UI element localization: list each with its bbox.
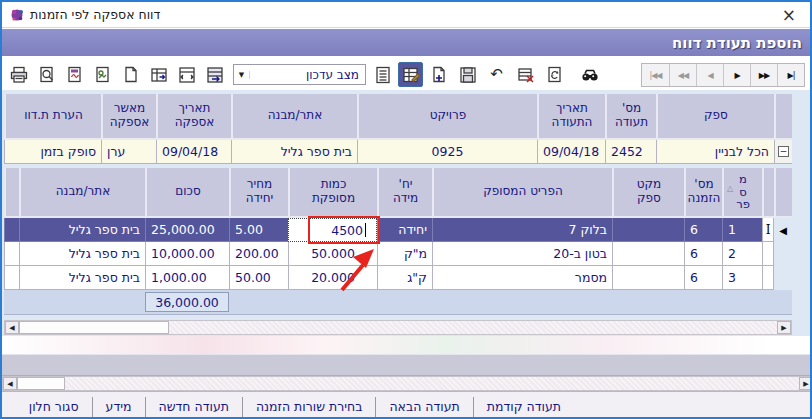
order-doc-no-cell[interactable]: 2452 (605, 140, 656, 164)
scroll-thumb[interactable] (19, 321, 169, 334)
nav-first-button[interactable]: |◀◀ (642, 64, 669, 86)
items-col-unit[interactable]: יח' מידה (377, 168, 432, 218)
scroll-left-icon[interactable]: ◀ (5, 321, 19, 334)
item-order-no[interactable]: 6 (684, 266, 722, 290)
items-col-rownum[interactable]: מ ס פר △ (722, 168, 762, 218)
scroll-track[interactable] (169, 321, 777, 334)
prev-doc-button[interactable]: תעודה קודמת (473, 397, 574, 417)
mode-dropdown[interactable]: ▼ מצב עדכון (233, 64, 366, 85)
order-site-cell[interactable]: בית ספר גליל (231, 140, 357, 164)
order-approver-cell[interactable]: ערן (101, 140, 156, 164)
item-name[interactable]: מסמר (432, 266, 612, 290)
item-name[interactable]: בלוק 7 (432, 218, 612, 242)
nav-next-page-button[interactable]: ▶▶ (750, 64, 777, 86)
order-note-cell[interactable]: סופק בזמן (4, 140, 101, 164)
table-export-all-icon[interactable] (202, 62, 227, 87)
item-amount[interactable]: 1,000.00 (145, 266, 229, 290)
item-unit[interactable]: ק"ג (377, 266, 432, 290)
export-table-icon[interactable] (146, 62, 171, 87)
new-document-icon[interactable] (118, 62, 143, 87)
items-col-amount[interactable]: סכום (145, 168, 229, 218)
items-col-price[interactable]: מחיר יחידה (229, 168, 288, 218)
scroll-left-icon[interactable]: ◀ (3, 377, 17, 390)
order-project-cell[interactable]: 0925 (357, 140, 537, 164)
new-doc-button[interactable]: תעודה חדשה (145, 397, 242, 417)
nav-prev-button[interactable]: ◀ (696, 64, 723, 86)
order-row-gutter: − (774, 140, 792, 164)
nav-next-button[interactable]: ▶ (723, 64, 750, 86)
items-col-item[interactable]: הפריט המסופק (432, 168, 612, 218)
item-unit-price[interactable]: 5.00 (229, 218, 288, 242)
orders-col-note[interactable]: הערת ת.דוו (4, 94, 101, 140)
record-selector-cell[interactable]: I (762, 218, 774, 242)
nav-prev-page-button[interactable]: ◀◀ (669, 64, 696, 86)
items-col-qty[interactable]: כמות מסופקת (288, 168, 377, 218)
grid-edit-icon[interactable] (398, 62, 423, 87)
item-unit[interactable]: יחידה (377, 218, 432, 242)
items-col-order-no[interactable]: מס' הזמנה (684, 168, 722, 218)
nav-last-button[interactable]: ▶| (777, 64, 804, 86)
item-row-num[interactable]: 1 (722, 218, 762, 242)
export-image-icon[interactable] (90, 62, 115, 87)
item-amount[interactable]: 10,000.00 (145, 242, 229, 266)
item-row-num[interactable]: 2 (722, 242, 762, 266)
scroll-right-icon[interactable]: ▶ (799, 377, 812, 390)
item-unit-price[interactable]: 200.00 (229, 242, 288, 266)
info-button[interactable]: מידע (92, 397, 145, 417)
item-order-no[interactable]: 6 (684, 242, 722, 266)
close-window-button[interactable]: סגור חלון (16, 397, 92, 417)
next-doc-button[interactable]: תעודה הבאה (375, 397, 472, 417)
scroll-thumb[interactable] (17, 377, 65, 390)
export-pdf-icon[interactable] (62, 62, 87, 87)
print-preview-icon[interactable] (34, 62, 59, 87)
item-sku[interactable] (612, 218, 684, 242)
item-site[interactable]: בית ספר גליל (19, 242, 145, 266)
item-order-no[interactable]: 6 (684, 218, 722, 242)
sort-asc-icon: △ (727, 185, 733, 194)
status-band (2, 354, 810, 376)
item-site[interactable]: בית ספר גליל (19, 266, 145, 290)
record-selector-cell[interactable] (762, 242, 774, 266)
item-site[interactable]: בית ספר גליל (19, 218, 145, 242)
delete-record-icon[interactable] (513, 62, 538, 87)
item-amount[interactable]: 25,000.00 (145, 218, 229, 242)
toolbar: ▼ מצב עדכון (2, 60, 810, 90)
item-unit[interactable]: מ"ק (377, 242, 432, 266)
item-unit-price[interactable]: 50.00 (229, 266, 288, 290)
order-supplier-cell[interactable]: הכל לבניין (656, 140, 774, 164)
items-col-sku[interactable]: מקט ספק (612, 168, 684, 218)
watermark-strip (2, 336, 810, 354)
find-icon[interactable] (577, 62, 602, 87)
undo-icon[interactable]: ↶ (484, 62, 509, 87)
item-sku[interactable] (612, 242, 684, 266)
close-icon[interactable]: × (782, 3, 796, 27)
refresh-record-icon[interactable] (542, 62, 567, 87)
orders-col-project[interactable]: פרויקט (357, 94, 537, 140)
order-supply-date-cell[interactable]: 09/04/18 (156, 140, 231, 164)
collapse-icon[interactable]: − (778, 146, 789, 157)
order-doc-date-cell[interactable]: 09/04/18 (537, 140, 605, 164)
save-icon[interactable] (455, 62, 480, 87)
item-row-num[interactable]: 3 (722, 266, 762, 290)
item-name[interactable]: בטון ב-20 (432, 242, 612, 266)
orders-col-supplier[interactable]: ספק (656, 94, 774, 140)
totals-band: 36,000.00 (4, 290, 792, 315)
orders-col-site[interactable]: אתר/מבנה (231, 94, 357, 140)
item-sku[interactable] (612, 266, 684, 290)
fit-columns-icon[interactable] (174, 62, 199, 87)
main-area: ספק מס' תעודה תאריך התעודה פרויקט אתר/מב… (2, 90, 810, 419)
record-selector-cell[interactable] (762, 266, 774, 290)
print-icon[interactable] (6, 62, 31, 87)
total-amount: 36,000.00 (145, 292, 229, 312)
chevron-down-icon[interactable]: ▼ (234, 71, 250, 79)
scroll-right-icon[interactable]: ▶ (777, 321, 791, 334)
select-order-lines-button[interactable]: בחירת שורות הזמנה (242, 397, 376, 417)
items-col-site[interactable]: אתר/מבנה (19, 168, 145, 218)
orders-col-doc-no[interactable]: מס' תעודה (605, 94, 656, 140)
list-view-icon[interactable] (370, 62, 395, 87)
add-record-icon[interactable] (426, 62, 451, 87)
scroll-track[interactable] (65, 377, 799, 390)
orders-col-supply-date[interactable]: תאריך אספקה (156, 94, 231, 140)
orders-col-doc-date[interactable]: תאריך התעודה (537, 94, 605, 140)
orders-col-approver[interactable]: מאשר אספקה (101, 94, 156, 140)
